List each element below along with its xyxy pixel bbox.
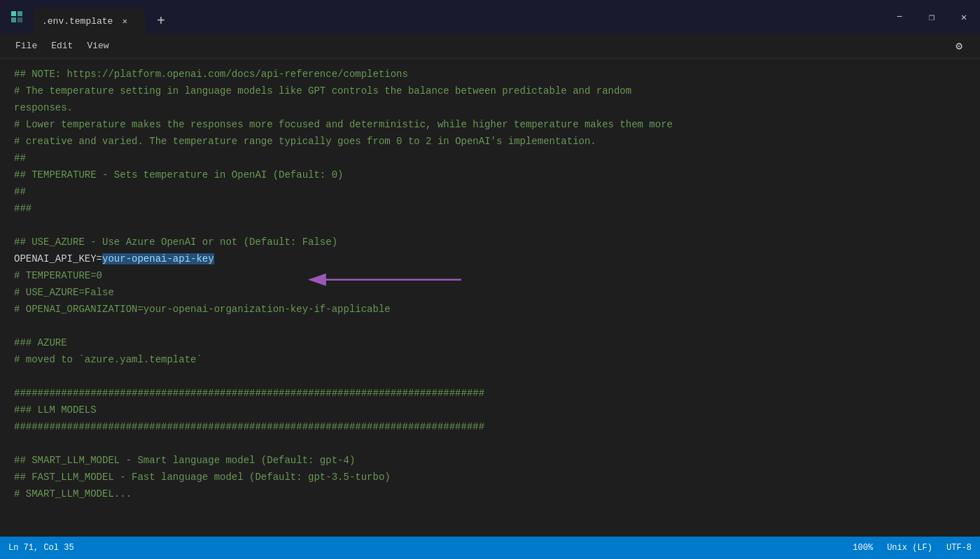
tab-filename: .env.template <box>42 16 113 27</box>
code-line: ### <box>14 200 966 217</box>
code-line: ########################################… <box>14 385 966 402</box>
minimize-button[interactable]: − <box>883 0 916 34</box>
code-line: ########################################… <box>14 418 966 435</box>
code-line <box>14 217 966 234</box>
code-line: ## <box>14 183 966 200</box>
code-line: ## NOTE: https://platform.openai.com/doc… <box>14 66 966 83</box>
restore-button[interactable]: ❐ <box>916 0 948 34</box>
new-tab-button[interactable]: + <box>148 8 174 34</box>
code-line: # TEMPERATURE=0 <box>14 267 966 284</box>
code-line-api-key: OPENAI_API_KEY=your-openai-api-key <box>14 250 966 267</box>
cursor-position[interactable]: Ln 71, Col 35 <box>8 543 74 553</box>
code-line <box>14 318 966 334</box>
svg-rect-1 <box>18 11 22 16</box>
tabs-area: .env.template ✕ + <box>34 0 883 34</box>
code-line: ## USE_AZURE - Use Azure OpenAI or not (… <box>14 234 966 250</box>
code-line: # SMART_LLM_MODEL... <box>14 486 966 502</box>
encoding[interactable]: UTF-8 <box>946 543 972 553</box>
window-controls: − ❐ ✕ <box>883 0 980 34</box>
code-line: # moved to `azure.yaml.template` <box>14 351 966 368</box>
status-bar: Ln 71, Col 35 100% Unix (LF) UTF-8 <box>0 537 980 559</box>
active-tab[interactable]: .env.template ✕ <box>34 8 146 34</box>
menu-file[interactable]: File <box>8 38 44 54</box>
zoom-level[interactable]: 100% <box>853 543 873 553</box>
svg-rect-3 <box>18 17 22 22</box>
code-line <box>14 435 966 452</box>
app-icon <box>0 0 34 34</box>
close-button[interactable]: ✕ <box>948 0 980 34</box>
code-line: ## FAST_LLM_MODEL - Fast language model … <box>14 469 966 486</box>
code-line: # USE_AZURE=False <box>14 284 966 301</box>
svg-rect-2 <box>11 17 16 22</box>
line-ending[interactable]: Unix (LF) <box>887 543 932 553</box>
code-line: ### AZURE <box>14 334 966 351</box>
menu-bar-right: ⚙ <box>946 34 972 59</box>
menu-bar: File Edit View ⚙ <box>0 34 980 59</box>
highlighted-value: your-openai-api-key <box>102 253 214 264</box>
menu-edit[interactable]: Edit <box>44 38 80 54</box>
code-line: # The temperature setting in language mo… <box>14 83 966 99</box>
code-line: responses. <box>14 99 966 116</box>
svg-rect-0 <box>11 11 16 16</box>
editor-area: ## NOTE: https://platform.openai.com/doc… <box>0 59 980 537</box>
code-line: ## SMART_LLM_MODEL - Smart language mode… <box>14 452 966 469</box>
settings-icon[interactable]: ⚙ <box>946 34 972 59</box>
code-line: ## <box>14 150 966 167</box>
code-line: ## TEMPERATURE - Sets temperature in Ope… <box>14 167 966 183</box>
code-line <box>14 368 966 385</box>
code-line: ### LLM MODELS <box>14 402 966 418</box>
status-right: 100% Unix (LF) UTF-8 <box>853 543 972 553</box>
code-line: # Lower temperature makes the responses … <box>14 116 966 133</box>
title-bar: .env.template ✕ + − ❐ ✕ <box>0 0 980 34</box>
code-line: # OPENAI_ORGANIZATION=your-openai-organi… <box>14 301 966 318</box>
code-line: # creative and varied. The temperature r… <box>14 133 966 150</box>
menu-view[interactable]: View <box>80 38 115 54</box>
tab-close-button[interactable]: ✕ <box>118 15 131 27</box>
